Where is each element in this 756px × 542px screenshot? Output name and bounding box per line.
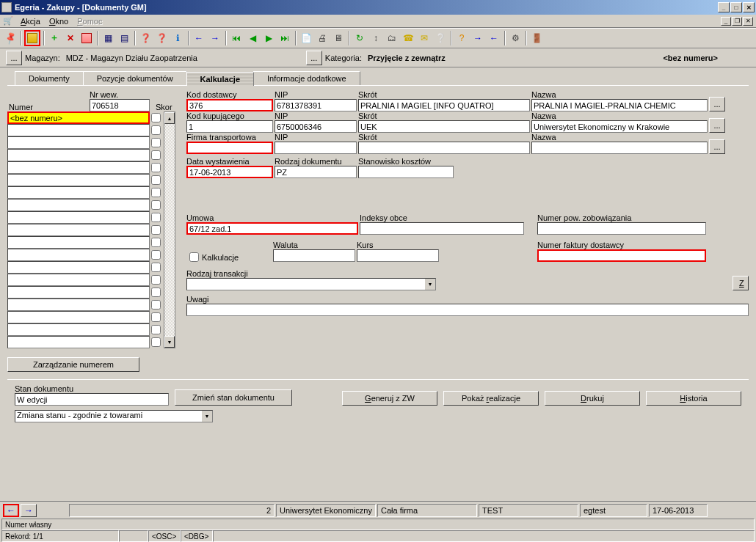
sort-button[interactable]: ↕ — [368, 31, 383, 45]
help1-button[interactable]: ❓ — [138, 31, 153, 45]
nip2-input[interactable] — [275, 120, 357, 133]
skrot1-input[interactable] — [358, 99, 530, 111]
phone-button[interactable]: ☎ — [401, 31, 415, 45]
prev-button[interactable]: ◀ — [245, 31, 260, 45]
help2-button[interactable]: ❓ — [154, 31, 169, 45]
chevron-down-icon[interactable]: ▼ — [201, 411, 212, 422]
mdi-minimize-button[interactable]: _ — [721, 17, 731, 26]
numer-input-10[interactable] — [7, 236, 150, 249]
firma-tr-input[interactable] — [186, 142, 273, 154]
numer-input-8[interactable] — [7, 211, 150, 224]
skor-check-7[interactable] — [151, 200, 161, 210]
nazwa2-input[interactable] — [531, 120, 708, 133]
skor-check-5[interactable] — [151, 175, 161, 185]
add-button[interactable]: ＋ — [47, 31, 62, 45]
kod-dostawcy-input[interactable] — [186, 99, 273, 111]
forward-button[interactable]: → — [208, 31, 222, 45]
numfakt-input[interactable] — [537, 249, 706, 262]
numer-input-0[interactable] — [7, 111, 150, 124]
dostawca-lookup-button[interactable]: ... — [709, 97, 725, 111]
delete-button[interactable]: ✕ — [63, 31, 78, 45]
stan-dokumentu-input[interactable] — [15, 393, 169, 406]
nav-forward-button[interactable]: → — [21, 504, 37, 517]
generuj-zw-button[interactable]: Generuj z ZW — [342, 391, 437, 406]
numer-input-2[interactable] — [7, 136, 150, 149]
kategoria-lookup-button[interactable]: ... — [306, 51, 322, 65]
tab-dokumenty[interactable]: Dokumenty — [15, 71, 84, 85]
minimize-button[interactable]: _ — [718, 2, 730, 12]
rodzaj-dok-input[interactable] — [275, 166, 357, 178]
nip3-input[interactable] — [275, 142, 357, 154]
refresh-button[interactable]: ↻ — [352, 31, 367, 45]
grid2-button[interactable]: ▤ — [117, 31, 131, 45]
save-button[interactable] — [24, 30, 40, 46]
numer-input-7[interactable] — [7, 199, 150, 211]
zarzadzanie-numerem-button[interactable]: Zarządzanie numerem — [7, 357, 139, 372]
arrow-left-button[interactable]: ← — [487, 31, 501, 45]
doc-button[interactable]: 📄 — [299, 31, 313, 45]
skor-check-2[interactable] — [151, 138, 161, 147]
stanowisko-input[interactable] — [358, 166, 454, 178]
grid1-button[interactable]: ▦ — [101, 31, 115, 45]
skor-check-11[interactable] — [151, 250, 161, 260]
erase-button[interactable] — [79, 31, 94, 45]
menu-okno[interactable]: Okno — [45, 17, 73, 26]
numer-input-3[interactable] — [7, 149, 150, 161]
numer-input-11[interactable] — [7, 249, 150, 261]
print-button[interactable]: 🖨 — [315, 31, 330, 45]
maximize-button[interactable]: □ — [730, 2, 742, 12]
scroll-up-button[interactable]: ▲ — [164, 112, 175, 124]
skor-check-3[interactable] — [151, 150, 161, 160]
hint-button[interactable]: ❔ — [433, 31, 448, 45]
skor-check-14[interactable] — [151, 288, 161, 297]
kod-kupujacego-input[interactable] — [186, 120, 273, 133]
arrow-right-button[interactable]: → — [470, 31, 485, 45]
screen-button[interactable]: 🖥 — [331, 31, 346, 45]
skor-check-0[interactable] — [151, 113, 161, 122]
exit-button[interactable]: 🚪 — [529, 31, 544, 45]
skor-check-12[interactable] — [151, 263, 161, 272]
scroll-down-button[interactable]: ▼ — [164, 336, 175, 348]
pin-button[interactable]: 📌 — [3, 31, 18, 45]
skor-check-4[interactable] — [151, 163, 161, 172]
skor-check-17[interactable] — [151, 325, 161, 334]
skrot3-input[interactable] — [358, 142, 530, 154]
tab-pozycje[interactable]: Pozycje dokumentów — [83, 71, 187, 85]
next-button[interactable]: ▶ — [261, 31, 276, 45]
skor-check-9[interactable] — [151, 225, 161, 235]
kupujacy-lookup-button[interactable]: ... — [709, 118, 725, 133]
tab-informacje[interactable]: Informacje dodatkowe — [253, 71, 360, 85]
z-button[interactable]: Z — [733, 276, 749, 290]
zmien-stan-button[interactable]: Zmień stan dokumentu — [175, 389, 292, 406]
skor-check-15[interactable] — [151, 300, 161, 310]
nav-back-button[interactable]: ← — [3, 504, 19, 517]
chevron-down-icon[interactable]: ▼ — [424, 279, 435, 290]
mail-button[interactable]: ✉ — [417, 31, 432, 45]
skor-check-18[interactable] — [151, 337, 161, 347]
skor-check-16[interactable] — [151, 312, 161, 322]
zmiana-stanu-combo[interactable]: Zmiana stanu - zgodnie z towarami ▼ — [15, 410, 213, 422]
numpow-input[interactable] — [537, 222, 706, 235]
info-button[interactable]: ℹ — [170, 31, 185, 45]
tree-button[interactable]: 🗂 — [385, 31, 399, 45]
kurs-input[interactable] — [357, 249, 439, 262]
numer-input-5[interactable] — [7, 174, 150, 186]
close-button[interactable]: ✕ — [743, 2, 755, 12]
skor-check-6[interactable] — [151, 188, 161, 197]
umowa-input[interactable] — [186, 222, 358, 235]
tab-kalkulacje[interactable]: Kalkulacje — [186, 72, 254, 86]
rodzaj-tr-combo[interactable]: ▼ — [186, 278, 436, 290]
first-button[interactable]: ⏮ — [229, 31, 244, 45]
numer-scrollbar[interactable]: ▲ ▼ — [164, 111, 175, 348]
nip1-input[interactable] — [275, 99, 357, 111]
mdi-restore-button[interactable]: ❐ — [732, 17, 742, 26]
uwagi-input[interactable] — [186, 304, 749, 316]
firma-tr-lookup-button[interactable]: ... — [709, 139, 725, 154]
indeksy-input[interactable] — [360, 222, 524, 235]
numer-input-18[interactable] — [7, 336, 150, 348]
numer-input-17[interactable] — [7, 323, 150, 336]
last-button[interactable]: ⏭ — [277, 31, 292, 45]
numer-input-14[interactable] — [7, 286, 150, 299]
settings-button[interactable]: ⚙ — [508, 31, 523, 45]
numer-input-6[interactable] — [7, 186, 150, 199]
